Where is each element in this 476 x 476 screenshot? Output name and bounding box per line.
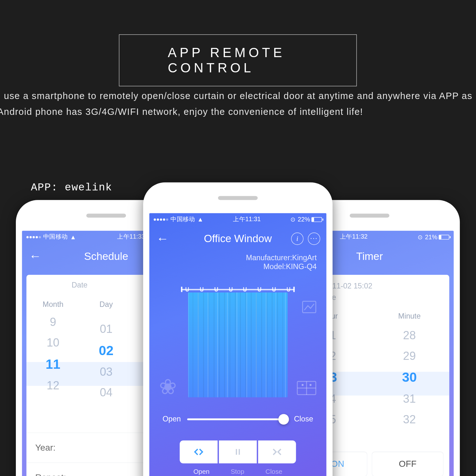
picker-value [80, 312, 133, 319]
picker-value: 31 [370, 388, 449, 409]
picker-value: 29 [370, 346, 449, 367]
signal-icon [154, 218, 168, 221]
more-icon[interactable]: ··· [308, 233, 320, 245]
device-info: Manufacturer:KingArt Model:KING-Q4 [149, 252, 327, 275]
picker-col-label: Day [80, 296, 133, 312]
status-bar: 中国移动 ▲ 上午11:31 ⊙ 22% [149, 213, 327, 226]
battery-icon [439, 235, 449, 239]
alarm-icon: ⊙ [418, 234, 423, 241]
hero-description: User can use a smartphone to remotely op… [0, 88, 476, 120]
carrier-label: 中国移动 [43, 233, 68, 241]
signal-icon [26, 236, 41, 238]
phone-frame-main: 中国移动 ▲ 上午11:31 ⊙ 22% ← Office Window i ·… [143, 182, 333, 476]
battery-label: 22% [298, 216, 310, 223]
picker-value: 01 [80, 319, 133, 340]
plant-icon: ❀ [159, 374, 177, 399]
dresser-icon [295, 375, 317, 399]
stop-button[interactable] [219, 440, 257, 463]
page-title: Schedule [84, 250, 128, 262]
svg-point-3 [302, 384, 303, 386]
state-off-button[interactable]: OFF [372, 452, 443, 476]
picker-value: 04 [80, 382, 133, 403]
state-on-label: ON [331, 459, 344, 469]
nav-bar: ← Office Window i ··· [149, 226, 327, 252]
status-time: 上午11:33 [117, 233, 145, 241]
battery-label: 21% [425, 234, 437, 241]
picker-value: 32 [370, 409, 449, 430]
phone-speaker [350, 213, 389, 217]
device-title: Office Window [204, 233, 272, 245]
picker-col-label: Month [26, 296, 79, 312]
wifi-icon: ▲ [70, 234, 76, 241]
picker-value-selected: 11 [26, 353, 79, 375]
status-time: 上午11:31 [233, 215, 261, 223]
picture-icon [302, 301, 317, 315]
wifi-icon: ▲ [197, 216, 203, 223]
hero-title: APP REMOTE CONTROL [119, 34, 357, 86]
year-label: Year: [35, 443, 56, 453]
close-button[interactable] [258, 440, 296, 463]
picker-value: 28 [370, 325, 449, 346]
battery-icon [311, 217, 322, 222]
stop-label: Stop [231, 468, 244, 475]
info-icon[interactable]: i [291, 233, 303, 245]
picker-value: 10 [26, 333, 79, 353]
back-button[interactable]: ← [29, 249, 42, 263]
app-name-label: APP: ewelink [31, 182, 112, 193]
slider-close-label: Close [294, 415, 313, 424]
picker-value: 9 [26, 312, 79, 333]
back-button[interactable]: ← [156, 232, 169, 246]
open-close-slider[interactable]: Open Close [149, 402, 327, 428]
picker-value: 12 [26, 375, 79, 396]
open-button[interactable] [180, 440, 217, 463]
curtain-illustration: ❀ [162, 278, 314, 402]
picker-value-selected: 30 [370, 367, 449, 388]
status-time: 上午11:32 [340, 233, 368, 241]
phone-speaker [218, 196, 258, 200]
slider-open-label: Open [162, 415, 181, 424]
page-title: Timer [356, 250, 383, 262]
phone-speaker [86, 213, 126, 217]
slider-track[interactable] [187, 419, 288, 420]
slider-thumb[interactable] [278, 414, 289, 425]
date-header: Date [26, 281, 133, 290]
repeat-label: Repeat: [35, 473, 66, 476]
close-label: Close [265, 468, 282, 475]
alarm-icon: ⊙ [290, 216, 296, 223]
picker-value: 03 [80, 362, 133, 382]
carrier-label: 中国移动 [170, 215, 195, 223]
svg-point-4 [310, 384, 311, 386]
picker-value [26, 396, 79, 403]
picker-value-selected: 02 [80, 340, 133, 361]
open-label: Open [193, 468, 209, 475]
picker-col-label: Minute [370, 307, 449, 325]
